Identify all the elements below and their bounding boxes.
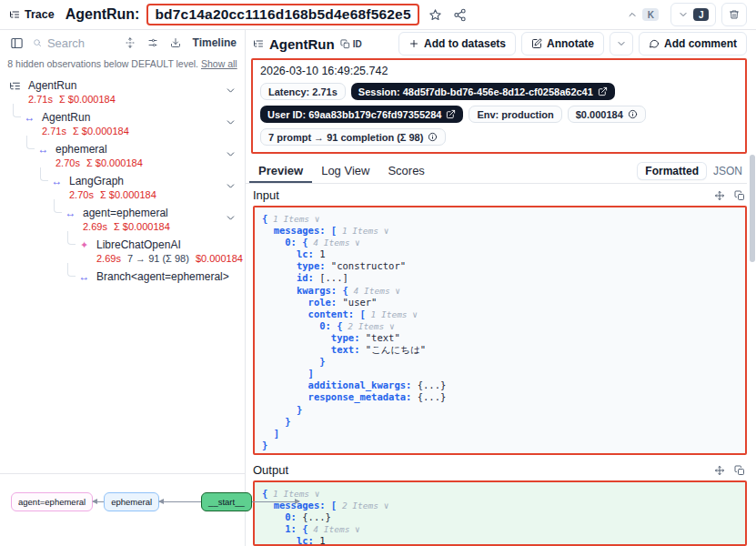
search-icon <box>33 37 42 48</box>
format-formatted-option[interactable]: Formatted <box>638 163 706 179</box>
json-line: 0: { 2 Items ∨ <box>262 320 738 332</box>
tree-connector <box>54 199 62 213</box>
json-line: { 1 Items ∨ <box>262 213 738 225</box>
vertical-scrollbar[interactable] <box>750 155 755 262</box>
graph-node[interactable]: __start__ <box>201 492 252 511</box>
cost-badge: $0.000184 <box>568 106 646 123</box>
tree-connector <box>67 263 76 277</box>
graph-node[interactable]: ephemeral <box>104 492 159 511</box>
graph-node[interactable]: agent=ephemeral <box>11 492 93 511</box>
trace-icon <box>9 79 23 92</box>
hidden-observations-notice: 8 hidden observations below DEFAULT leve… <box>0 56 245 74</box>
format-toggle: Formatted JSON <box>638 163 747 179</box>
page-title: AgentRun: <box>66 6 140 23</box>
json-line: 0: { 4 Items ∨ <box>262 237 738 248</box>
json-line: id: [...] <box>262 272 738 284</box>
graph-edge <box>93 501 104 502</box>
search-box <box>33 36 116 50</box>
tree-node[interactable]: ↔agent=ephemeral2.69sΣ $0.000184 <box>0 204 245 236</box>
observation-label: agent=ephemeral <box>83 207 170 219</box>
hidden-observations-text: 8 hidden observations below DEFAULT leve… <box>7 58 198 69</box>
edit-icon <box>531 38 542 49</box>
input-label: Input <box>253 188 279 202</box>
user-id-badge[interactable]: User ID: 69aa83bb179c76fd97355284 <box>260 106 463 123</box>
tree-node[interactable]: ↔AgentRun2.71sΣ $0.000184 <box>0 108 245 140</box>
tree-node[interactable]: ↔Branch<agent=ephemeral> <box>0 268 245 286</box>
next-trace-button[interactable]: J <box>670 3 716 26</box>
observation-label: AgentRun <box>42 111 129 124</box>
chevron-up-icon <box>627 9 638 20</box>
expand-icon[interactable] <box>714 465 725 476</box>
external-link-icon <box>446 109 456 119</box>
json-line: response_metadata: {...} <box>262 391 738 403</box>
trace-label: Trace <box>25 8 55 21</box>
plus-icon <box>408 38 419 49</box>
settings-icon[interactable] <box>146 35 160 50</box>
observation-title: AgentRun <box>269 36 335 52</box>
json-line: lc: 1 <box>262 248 738 260</box>
observation-metrics: 2.71sΣ $0.000184 <box>42 126 129 137</box>
trace-detail-panel: AgentRun ID Add to datasets Annotate <box>246 30 756 546</box>
session-badge[interactable]: Session: 48d5f7db-bd76-456e-8d12-cf0258a… <box>351 83 615 100</box>
kbd-j: J <box>693 8 709 21</box>
json-line: role: "user" <box>262 297 738 308</box>
observation-metrics: 2.69s7 → 91 (Σ 98)$0.000184 <box>96 253 243 265</box>
tree-node[interactable]: ↔ephemeral2.70sΣ $0.000184 <box>0 140 245 172</box>
chevron-down-icon[interactable] <box>225 116 237 128</box>
tab-preview[interactable]: Preview <box>249 158 312 183</box>
annotate-label: Annotate <box>547 37 594 50</box>
tree-node[interactable]: ✦LibreChatOpenAI2.69s7 → 91 (Σ 98)$0.000… <box>0 236 245 268</box>
expand-icon[interactable] <box>714 190 725 201</box>
span-icon: ↔ <box>77 270 91 283</box>
output-label: Output <box>253 463 288 477</box>
copy-id-button[interactable]: ID <box>340 39 362 49</box>
share-icon[interactable] <box>451 6 469 24</box>
tree-node[interactable]: ↔LangGraph2.70sΣ $0.000184 <box>0 172 245 204</box>
delete-trace-button[interactable] <box>721 3 747 26</box>
input-section-header: Input <box>246 184 747 205</box>
info-icon[interactable] <box>428 132 438 142</box>
add-comment-button[interactable]: Add comment <box>639 32 747 56</box>
chevron-down-icon[interactable] <box>225 212 237 224</box>
observation-tree: AgentRun2.71sΣ $0.000184↔AgentRun2.71sΣ … <box>0 74 245 473</box>
search-input[interactable] <box>47 36 116 50</box>
expand-all-icon[interactable] <box>123 35 137 50</box>
add-to-datasets-button[interactable]: Add to datasets <box>398 32 516 56</box>
tab-scores[interactable]: Scores <box>378 158 433 183</box>
info-icon[interactable] <box>628 109 638 119</box>
chevron-down-icon[interactable] <box>225 85 237 96</box>
chevron-down-icon[interactable] <box>225 180 237 192</box>
json-line: kwargs: { 4 Items ∨ <box>262 285 738 297</box>
chevron-down-icon[interactable] <box>225 148 237 160</box>
star-icon[interactable] <box>427 6 444 24</box>
json-line: { 1 Items ∨ <box>262 488 738 500</box>
env-badge: Env: production <box>469 106 561 123</box>
json-line: ] <box>262 368 738 379</box>
observation-metrics: 2.70sΣ $0.000184 <box>69 189 156 201</box>
observation-label: ephemeral <box>55 143 143 156</box>
tree-connector <box>67 231 76 245</box>
json-line: 1: { 4 Items ∨ <box>262 523 738 535</box>
chevron-down-icon <box>616 38 627 49</box>
json-line: content: [ 1 Items ∨ <box>262 308 738 320</box>
span-icon: ↔ <box>36 143 50 156</box>
json-line: ] <box>262 428 738 440</box>
list-tree-icon <box>253 38 264 49</box>
tab-log-view[interactable]: Log View <box>312 158 378 183</box>
panel-toggle-icon[interactable] <box>8 35 25 52</box>
annotate-button[interactable]: Annotate <box>521 32 604 56</box>
json-line: type: "constructor" <box>262 260 738 272</box>
user-id-badge-label: User ID: 69aa83bb179c76fd97355284 <box>267 109 441 120</box>
prev-trace-button[interactable]: K <box>620 3 665 26</box>
copy-icon[interactable] <box>734 190 745 201</box>
format-json-option[interactable]: JSON <box>709 163 747 179</box>
timeline-toggle[interactable]: Timeline <box>193 36 237 49</box>
download-icon[interactable] <box>168 35 183 50</box>
copy-icon[interactable] <box>734 465 745 476</box>
annotate-dropdown-button[interactable] <box>610 32 633 56</box>
show-all-link[interactable]: Show all <box>201 58 237 69</box>
observation-label: LibreChatOpenAI <box>96 238 243 251</box>
add-to-datasets-label: Add to datasets <box>424 37 506 50</box>
tree-node[interactable]: AgentRun2.71sΣ $0.000184 <box>0 76 245 108</box>
json-line: text: "こんにちは" <box>262 344 738 356</box>
